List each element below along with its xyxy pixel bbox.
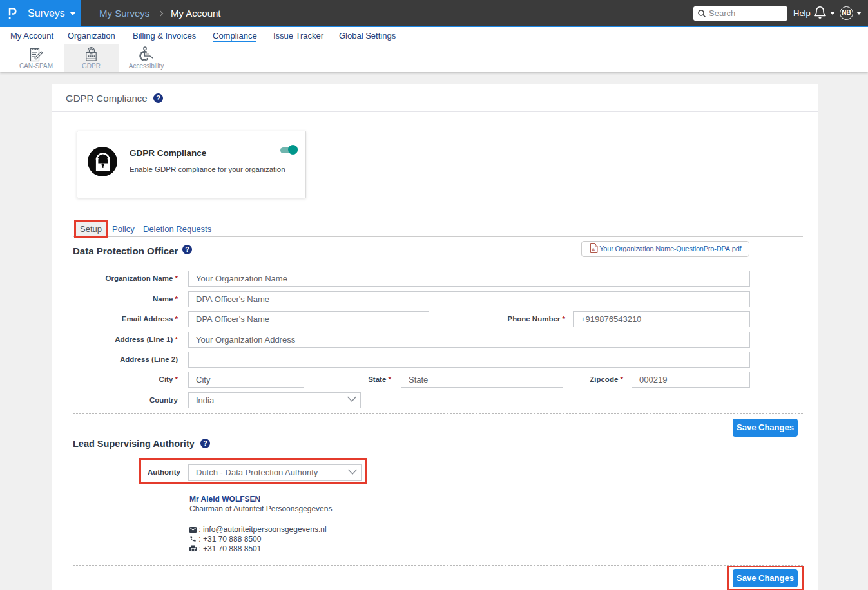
svg-text:A: A	[592, 247, 595, 252]
